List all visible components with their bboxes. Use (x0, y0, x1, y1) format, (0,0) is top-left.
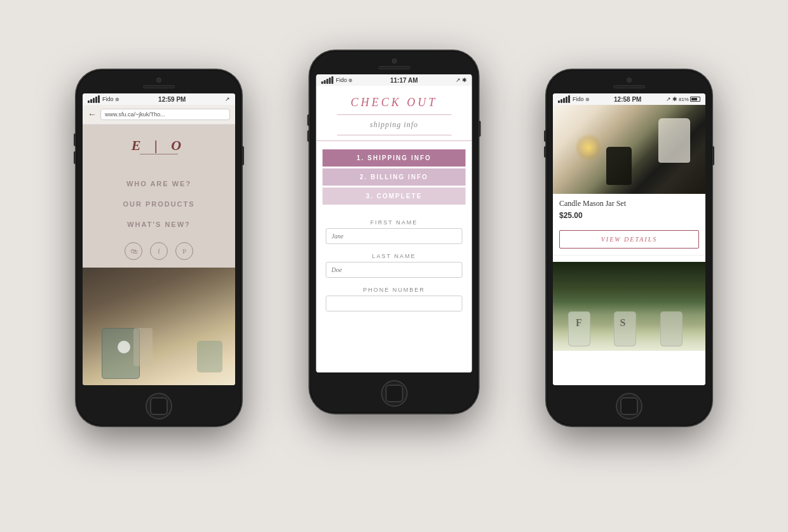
checkout-divider (337, 114, 451, 115)
screen-center: Fido ⊛ 11:17 AM ↗ ✱ CHECK OUT shipping i… (316, 74, 472, 372)
phone-left: Fido ⊛ 12:59 PM ↗ ← www.sfu.ca/~jkuk/Tho… (76, 70, 241, 426)
carrier-center: Fido (336, 77, 348, 83)
first-name-label: FIRST NAME (326, 219, 463, 226)
product-card-2: F S (553, 259, 705, 354)
home-button-center[interactable] (381, 380, 407, 407)
social-icons: 🛍 f P (125, 235, 193, 268)
speaker-center (378, 66, 410, 69)
vol-down-center (308, 130, 310, 142)
status-left-left: Fido ⊛ (88, 95, 119, 103)
home-button-inner-left (150, 397, 168, 415)
view-details-button[interactable]: VIEW DETAILS (559, 230, 699, 249)
phone-bottom-left (76, 390, 241, 426)
signal-icon-right (558, 95, 570, 103)
product-info-1: Candle Mason Jar Set $25.00 (553, 194, 705, 230)
status-bar-left: Fido ⊛ 12:59 PM ↗ (83, 93, 235, 105)
facebook-icon[interactable]: f (150, 242, 168, 260)
battery-icon-right (690, 97, 700, 102)
status-right-right: ↗ ✱ 81% (666, 96, 700, 102)
menu-item-new[interactable]: WHAT'S NEW? (83, 214, 235, 235)
pinterest-icon[interactable]: P (175, 242, 193, 260)
signal-icon-center (322, 76, 334, 84)
vol-up-center (308, 114, 310, 126)
status-left-center: Fido ⊛ (322, 76, 353, 84)
checkout-subtitle: shipping info (323, 120, 466, 130)
candle-jar-image (553, 105, 705, 194)
power-btn-left (241, 146, 244, 165)
bt-icon-center: ✱ (462, 77, 467, 83)
status-bar-center: Fido ⊛ 11:17 AM ↗ ✱ (316, 74, 472, 86)
status-left-right: Fido ⊛ (558, 95, 590, 103)
menu-item-who[interactable]: WHO ARE WE? (83, 174, 235, 194)
time-left: 12:59 PM (158, 96, 186, 103)
power-btn-center (479, 121, 481, 137)
home-button-left[interactable] (146, 393, 172, 419)
phone-center: Fido ⊛ 11:17 AM ↗ ✱ CHECK OUT shipping i… (310, 51, 479, 413)
phone-right: Fido ⊛ 12:58 PM ↗ ✱ 81% (547, 70, 712, 426)
speaker-left (143, 85, 175, 88)
last-name-input[interactable] (326, 262, 463, 278)
camera-left (156, 78, 161, 83)
power-btn-right (712, 146, 714, 165)
camera-right (627, 78, 632, 83)
wifi-icon-left: ⊛ (115, 97, 119, 102)
gps-icon-center: ↗ (456, 77, 461, 83)
checkout-header: CHECK OUT shipping info (316, 86, 472, 141)
screen-left: Fido ⊛ 12:59 PM ↗ ← www.sfu.ca/~jkuk/Tho… (83, 93, 235, 385)
bt-icon-right: ✱ (672, 96, 677, 102)
battery-pct-right: 81% (679, 97, 689, 102)
product-price-1: $25.00 (559, 211, 699, 220)
first-name-input[interactable] (326, 228, 463, 244)
home-button-right[interactable] (616, 393, 642, 419)
last-name-group: LAST NAME (326, 253, 463, 278)
carrier-right: Fido (573, 96, 584, 102)
step1-button[interactable]: 1. SHIPPING INFO (323, 149, 466, 167)
step2-button[interactable]: 2. BILLING INFO (323, 168, 466, 186)
step3-button[interactable]: 3. COMPLETE (323, 188, 466, 205)
menu-items: WHO ARE WE? OUR PRODUCTS WHAT'S NEW? (83, 174, 235, 235)
vol-down-btn (74, 151, 76, 164)
time-right: 12:58 PM (614, 96, 641, 103)
gps-icon-left: ↗ (225, 96, 230, 102)
vol-down-right (544, 146, 547, 158)
shipping-form: FIRST NAME LAST NAME PHONE NUMBER (316, 213, 472, 372)
phone-label: PHONE NUMBER (326, 287, 463, 293)
status-right-center: ↗ ✱ (456, 77, 467, 83)
left-product-image (83, 268, 235, 385)
product-screen: Candle Mason Jar Set $25.00 VIEW DETAILS (553, 105, 705, 385)
browser-nav-left[interactable]: ← www.sfu.ca/~jkuk/Tho... (83, 105, 235, 125)
screen-right: Fido ⊛ 12:58 PM ↗ ✱ 81% (553, 93, 705, 385)
checkout-screen: CHECK OUT shipping info 1. SHIPPING INFO… (316, 86, 472, 372)
phone-input[interactable] (326, 296, 463, 311)
product-card-1: Candle Mason Jar Set $25.00 VIEW DETAILS (553, 105, 705, 256)
status-bar-right: Fido ⊛ 12:58 PM ↗ ✱ 81% (553, 93, 705, 105)
menu-item-products[interactable]: OUR PRODUCTS (83, 194, 235, 214)
phone-bottom-center (310, 378, 479, 413)
logo-divider (140, 154, 178, 154)
phone-number-group: PHONE NUMBER (326, 287, 463, 311)
time-center: 11:17 AM (390, 77, 418, 84)
cart-icon[interactable]: 🛍 (125, 242, 142, 260)
steps-container: 1. SHIPPING INFO 2. BILLING INFO 3. COMP… (316, 141, 472, 213)
wifi-icon-center: ⊛ (348, 78, 353, 83)
vol-up-btn (74, 133, 76, 146)
signal-icon-left (88, 95, 100, 103)
checkout-title: CHECK OUT (323, 96, 466, 109)
carrier-left: Fido (102, 96, 114, 102)
phone-top-right (547, 70, 712, 88)
url-bar[interactable]: www.sfu.ca/~jkuk/Tho... (100, 109, 230, 120)
status-right-left: ↗ (225, 96, 230, 102)
product-name-1: Candle Mason Jar Set (559, 199, 699, 208)
phones-container: Fido ⊛ 12:59 PM ↗ ← www.sfu.ca/~jkuk/Tho… (0, 0, 788, 532)
back-arrow-icon[interactable]: ← (88, 109, 97, 119)
checkout-divider2 (337, 135, 451, 135)
phone-top-center (310, 51, 479, 69)
first-name-group: FIRST NAME (326, 219, 463, 244)
last-name-label: LAST NAME (326, 253, 463, 259)
wifi-icon-right: ⊛ (585, 97, 590, 102)
phone-top-left (76, 70, 241, 88)
vol-up-right (544, 130, 547, 142)
mason-jars-image: F S (553, 262, 705, 351)
logo-section: E | O (125, 125, 193, 174)
gps-icon-right: ↗ (666, 96, 671, 102)
